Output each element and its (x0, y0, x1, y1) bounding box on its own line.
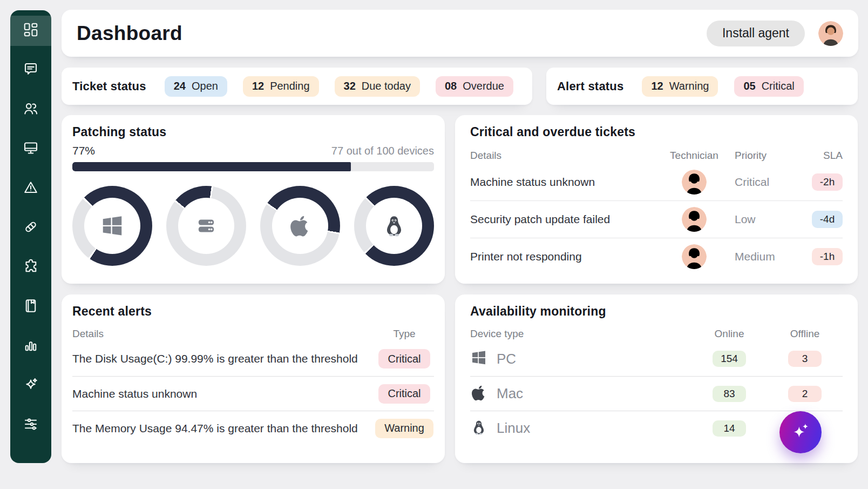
alert-details: The Disk Usage(C:) 99.99% is greater tha… (72, 352, 375, 365)
badge-count: 12 (651, 80, 663, 92)
sidebar-item-devices[interactable] (10, 134, 51, 164)
sidebar (10, 10, 51, 463)
status-badge[interactable]: 24 Open (165, 76, 227, 97)
apple-icon (260, 186, 340, 266)
technician-avatar (682, 170, 707, 195)
linux-icon (470, 419, 487, 438)
availability-title: Availability monitoring (470, 304, 843, 319)
ticket-row[interactable]: Printer not responding Medium -1h (470, 238, 843, 275)
install-agent-button[interactable]: Install agent (707, 21, 805, 46)
ticket-row[interactable]: Security patch update failed Low -4d (470, 200, 843, 238)
availability-table-header: Device type Online Offline (470, 326, 843, 341)
patching-progress-fill (72, 162, 351, 171)
sidebar-item-docs[interactable] (10, 292, 51, 322)
device-row[interactable]: Mac 83 2 (470, 376, 843, 411)
sliders-icon (23, 416, 39, 434)
alert-row[interactable]: Machine status unknown Critical (72, 376, 434, 411)
device-row[interactable]: PC 154 3 (470, 341, 843, 376)
bar-chart-icon (23, 337, 39, 356)
patching-percent: 77% (72, 144, 95, 157)
tickets-table-body: Machine status unknown Critical -2h Secu… (470, 163, 843, 275)
alerts-table-body: The Disk Usage(C:) 99.99% is greater tha… (72, 341, 434, 445)
online-count-badge: 83 (713, 386, 746, 402)
apple-icon (470, 384, 487, 404)
badge-label: Due today (362, 80, 411, 92)
recent-alerts-title: Recent alerts (72, 304, 434, 319)
recent-alerts-card: Recent alerts Details Type The Disk Usag… (62, 294, 445, 463)
sparkles-icon (23, 377, 39, 395)
col-priority: Priority (735, 150, 799, 162)
col-device-type: Device type (470, 328, 691, 340)
alert-type-badge: Critical (378, 349, 430, 369)
technician-avatar (682, 207, 707, 232)
sidebar-item-alerts[interactable] (10, 173, 51, 204)
status-badge[interactable]: 05 Critical (734, 76, 803, 97)
alert-type-badge: Warning (375, 419, 433, 438)
sidebar-item-chat[interactable] (10, 55, 51, 85)
online-count-badge: 14 (713, 420, 746, 437)
alert-row[interactable]: The Memory Usage 94.47% is greater than … (72, 411, 434, 445)
col-details: Details (72, 328, 375, 340)
sla-badge: -1h (812, 248, 843, 265)
device-name: Mac (497, 385, 523, 402)
sidebar-item-settings[interactable] (10, 410, 51, 440)
platform-donut[interactable] (166, 186, 246, 266)
header-card: Dashboard Install agent (62, 10, 858, 57)
status-badge[interactable]: 32 Due today (335, 76, 420, 97)
users-icon (23, 101, 39, 119)
ticket-priority: Medium (735, 250, 799, 263)
sidebar-item-users[interactable] (10, 95, 51, 125)
col-sla: SLA (799, 150, 843, 162)
sidebar-item-reports[interactable] (10, 331, 51, 361)
bandage-icon (23, 219, 39, 237)
badge-label: Pending (270, 80, 309, 92)
device-name: Linux (497, 420, 530, 437)
user-avatar[interactable] (818, 21, 843, 46)
patching-progress-bar (72, 162, 434, 171)
ticket-status-badges: 24 Open 12 Pending 32 Due today 08 Overd… (165, 76, 513, 97)
sidebar-item-ai[interactable] (10, 371, 51, 401)
dashboard-page: Dashboard Install agent Ticket status 24… (0, 0, 868, 489)
chat-icon (23, 61, 39, 79)
alert-status-card: Alert status 12 Warning 05 Critical (546, 68, 858, 105)
patching-title: Patching status (72, 125, 434, 139)
platform-donut[interactable] (72, 186, 152, 266)
alert-triangle-icon (23, 179, 39, 198)
sidebar-item-integrations[interactable] (10, 252, 51, 283)
col-details: Details (470, 150, 654, 162)
sparkle-icon (789, 420, 812, 445)
dashboard-icon (23, 22, 39, 40)
col-offline: Offline (767, 328, 843, 340)
status-badge[interactable]: 12 Warning (642, 76, 718, 97)
status-badge[interactable]: 08 Overdue (436, 76, 513, 97)
status-badge[interactable]: 12 Pending (243, 76, 319, 97)
badge-count: 05 (743, 80, 755, 92)
ticket-details: Printer not responding (470, 250, 654, 263)
badge-count: 24 (174, 80, 186, 92)
critical-tickets-card: Critical and overdue tickets Details Tec… (455, 115, 858, 284)
ticket-priority: Critical (735, 176, 799, 189)
alerts-table-header: Details Type (72, 326, 434, 341)
sla-badge: -2h (812, 173, 843, 191)
alert-details: Machine status unknown (72, 387, 375, 400)
badge-count: 32 (344, 80, 356, 92)
device-name: PC (497, 351, 516, 367)
ticket-row[interactable]: Machine status unknown Critical -2h (470, 163, 843, 200)
platform-donut[interactable] (260, 186, 340, 266)
offline-count-badge: 3 (788, 351, 822, 367)
offline-count-badge: 2 (788, 386, 822, 402)
windows-icon (470, 349, 487, 369)
badge-label: Critical (762, 80, 795, 92)
platform-donut[interactable] (354, 186, 434, 266)
alert-details: The Memory Usage 94.47% is greater than … (72, 422, 375, 435)
alert-status-badges: 12 Warning 05 Critical (642, 76, 803, 97)
alert-row[interactable]: The Disk Usage(C:) 99.99% is greater tha… (72, 341, 434, 376)
sidebar-item-patching[interactable] (10, 213, 51, 243)
ai-assistant-fab[interactable] (779, 411, 822, 453)
ticket-priority: Low (735, 213, 799, 226)
windows-icon (72, 186, 152, 266)
server-icon (166, 186, 246, 266)
sidebar-item-dashboard[interactable] (10, 16, 51, 46)
badge-count: 12 (252, 80, 264, 92)
technician-avatar (682, 244, 707, 269)
